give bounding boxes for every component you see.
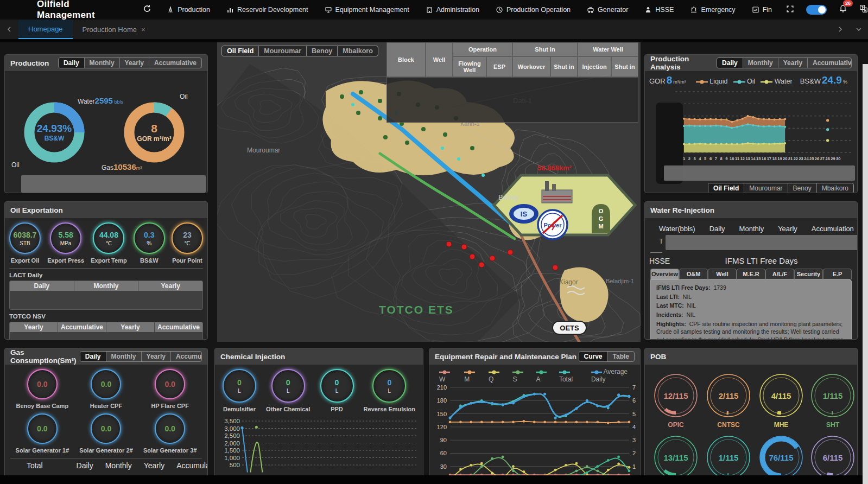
production-period-segments: Daily Monthly Yearly Accumulative [58,58,202,68]
svg-text:25: 25 [809,156,814,161]
segment-monthly[interactable]: Monthly [85,58,120,68]
water-reinjection-panel: Water Re-Injection Water(bbls) Daily Mon… [644,201,858,340]
analysis-info-row: GOR 8 m³/m³ Liquid Oil Water BS&W 24.9 % [645,71,857,86]
gauge-other-chemical: 0L Other Chemical [266,369,310,412]
chevron-left-icon[interactable] [0,20,18,39]
map-tab-oil-field[interactable]: Oil Field [222,46,259,56]
map-label-beladjim: Beladjim-1 [606,278,634,284]
window-bottom-edge [0,475,868,484]
close-icon[interactable]: × [141,26,145,34]
segment-monthly[interactable]: Monthly [743,58,778,68]
nav-item-production[interactable]: Production [167,6,210,14]
legend-item-liquid[interactable]: Liquid [696,78,728,85]
pob-value: 1/115 [705,434,752,481]
theme-toggle[interactable] [806,5,827,15]
legend-item-average-daily[interactable]: Average Daily [591,368,640,383]
nav-item-production-operation[interactable]: Production Operation [496,6,571,14]
oets-label: OETS [560,324,579,332]
table-button[interactable]: Table [608,352,634,361]
tab-homepage[interactable]: Homepage [18,20,73,39]
segment-daily[interactable]: Daily [717,58,743,68]
oil-exportation-panel: Oil Exportation 6038.7STB Export Oil 5.5… [4,201,208,340]
segment-yearly[interactable]: Yearly [120,58,149,68]
svg-text:28: 28 [825,156,829,161]
generator-icon [587,6,594,14]
legend-item-water[interactable]: Water [761,78,792,85]
nav-item-finance[interactable]: Fin [752,6,772,14]
hsse-tab-mer[interactable]: M.E.R [737,269,765,279]
segment-accumulative[interactable]: Accumulative [149,58,201,68]
fullscreen-icon[interactable] [786,5,794,15]
nav-item-equipment-management[interactable]: Equipment Management [325,6,409,14]
analysis-legend: Liquid Oil Water [696,78,793,85]
segment-accumulative[interactable]: Accumulative [808,58,852,68]
equipment-legend: W M Q S A Total Average Daily [429,365,640,383]
chevron-down-icon[interactable] [850,20,868,39]
window-scrollbar[interactable] [863,64,868,484]
legend-item-m[interactable]: M [464,368,481,383]
legend-item-q[interactable]: Q [489,368,505,383]
svg-text:90: 90 [440,437,447,443]
segment-yearly[interactable]: Yearly [142,352,171,361]
hsse-tab-well[interactable]: Well [708,269,737,279]
pob-value: 76/115 [758,434,804,481]
map-tab-mouroumar[interactable]: Mouroumar [259,46,307,56]
ogm-o: O [599,208,604,214]
notification-bell-icon[interactable]: 26 [839,4,847,15]
legend-item-a[interactable]: A [536,368,551,383]
segment-daily[interactable]: Daily [80,352,106,361]
pob-value: 12/115 [652,372,699,419]
legend-item-s[interactable]: S [512,368,528,383]
segment-daily[interactable]: Daily [59,58,85,68]
refresh-icon[interactable] [143,4,151,15]
gas-consumption-panel: Gas Consumption(Sm³) Daily Monthly Yearl… [4,348,208,484]
svg-text:120: 120 [437,424,447,430]
svg-text:30: 30 [440,463,447,470]
chevron-right-icon[interactable] [831,20,850,39]
legend-item-total[interactable]: Total [559,368,584,383]
gauge-solar-generator-1: 0.0 Solar Generator 1# [10,413,74,454]
language-icon[interactable] [859,4,868,15]
nav-item-generator[interactable]: Generator [587,6,628,14]
hsse-tab-security[interactable]: Security [794,269,823,279]
legend-item-w[interactable]: W [439,368,457,383]
tab-production-home[interactable]: Production Home × [73,20,155,39]
pob-label: OPIC [652,421,699,429]
map-field-tabs: Oil Field Mouroumar Benoy Mbaikoro [221,46,378,56]
gauge-export-oil: 6038.7STB Export Oil [9,222,41,264]
gauge-heater-cpf: 0.0 Heater CPF [74,369,138,409]
analysis-tab-benoy[interactable]: Benoy [788,183,817,193]
tooltip-overlay [664,165,855,181]
analysis-tab-mouroumar[interactable]: Mouroumar [744,183,788,193]
svg-text:2: 2 [688,156,690,161]
hidden-row: T [659,237,663,245]
map-tab-mbaikoro[interactable]: Mbaikoro [338,46,378,56]
hsse-tab-alf[interactable]: A/L/F [765,269,794,279]
svg-text:3,500: 3,500 [224,418,240,424]
legend-item-oil[interactable]: Oil [733,78,756,85]
nav-item-administration[interactable]: Administration [426,6,479,14]
ogm-g: G [599,215,604,222]
analysis-tab-oil-field[interactable]: Oil Field [708,183,744,193]
hsse-icon [644,6,652,14]
segment-accumulative[interactable]: Accumulative [171,352,202,361]
gauge-demulsifier: 0L Demulsifier [223,369,256,412]
oilfield-map[interactable]: 58.868km² IS Power O [217,42,641,342]
equipment-chart: 030609012015018021001234567 [429,383,640,484]
hsse-tab-ep[interactable]: E.P [823,269,852,279]
segment-monthly[interactable]: Monthly [106,352,142,361]
gor-donut: 8 GOR m³/m³ Oil Gas10536m³ [113,92,195,179]
nav-item-emergency[interactable]: Emergency [690,6,735,14]
analysis-tab-mbaikoro[interactable]: Mbaikoro [817,183,853,193]
hsse-tabs: Overview O&M Well M.E.R A/L/F Security E… [650,269,852,279]
hsse-tab-om[interactable]: O&M [679,269,708,279]
hsse-tab-overview[interactable]: Overview [650,269,679,279]
curve-button[interactable]: Curve [579,352,608,361]
segment-yearly[interactable]: Yearly [778,58,808,68]
gauge-solar-generator-3: 0.0 Solar Generator 3# [138,413,202,454]
map-tab-benoy[interactable]: Benoy [307,46,338,56]
svg-text:4: 4 [632,424,636,430]
nav-item-hsse[interactable]: HSSE [644,6,674,14]
totco-title: TOTCO NSV [9,313,203,320]
nav-item-reservoir-development[interactable]: Reservoir Development [226,6,308,14]
